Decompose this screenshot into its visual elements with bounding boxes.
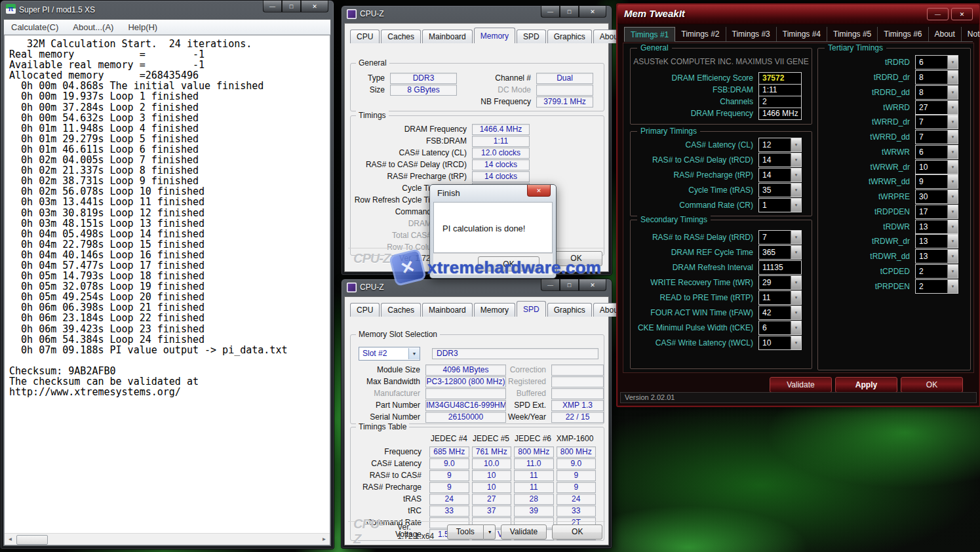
finish-dialog-ok-button[interactable]: OK [478, 256, 539, 271]
mtk-primary-value-command-rate-cr[interactable]: 1▼ [758, 198, 802, 212]
cpuz-spd-tab-graphics[interactable]: Graphics [547, 303, 592, 317]
mtk-secondary-dropdown-icon-cke-minimul-pulse-width-tcke[interactable]: ▼ [791, 321, 801, 334]
scroll-right-icon[interactable]: ► [319, 534, 330, 545]
mtk-tab-notice[interactable]: Notice [962, 27, 980, 41]
mtk-primary-dropdown-icon-command-rate-cr[interactable]: ▼ [791, 199, 801, 212]
mtk-secondary-value-dram-ref-cycle-time[interactable]: 365▼ [758, 245, 802, 260]
mtk-general-value-channels[interactable]: 2 [758, 96, 802, 108]
cpuz-spd-tab-mainboard[interactable]: Mainboard [422, 303, 473, 317]
mtk-tertiary-value-trdwr-dr[interactable]: 13▼ [915, 234, 958, 248]
mtk-secondary-value-write-recovery-time-twr[interactable]: 29▼ [758, 275, 802, 290]
cpuz-mem-tab-graphics[interactable]: Graphics [547, 30, 592, 43]
superpi-titlebar[interactable]: π Super PI / mod1.5 XS — □ ✕ [1, 1, 334, 19]
mtk-primary-dropdown-icon-ras-precharge-trp[interactable]: ▼ [791, 168, 801, 182]
slot-select[interactable]: Slot #2 ▼ [359, 347, 420, 361]
mtk-tertiary-dropdown-icon-twrwr[interactable]: ▼ [947, 146, 958, 159]
slot-select-dropdown-icon[interactable]: ▼ [408, 348, 420, 359]
memtweakit-titlebar[interactable]: Mem TweakIt — ✕ [617, 5, 979, 24]
menu-item-calculate-c[interactable]: Calculate(C) [4, 20, 66, 34]
mtk-tertiary-dropdown-icon-twrrd[interactable]: ▼ [947, 101, 958, 114]
mtk-primary-value-ras-to-cas-delay-trcd[interactable]: 14▼ [758, 153, 802, 167]
mtk-tertiary-value-trdrd-dd[interactable]: 8▼ [915, 85, 958, 100]
cpuz-spd-tab-spd[interactable]: SPD [517, 301, 546, 317]
mtk-primary-value-ras-precharge-trp[interactable]: 14▼ [758, 168, 802, 182]
cpuz-mem-tab-caches[interactable]: Caches [381, 30, 421, 43]
mtk-secondary-dropdown-icon-ras-to-ras-delay-trrd[interactable]: ▼ [791, 231, 801, 244]
cpuz-spd-tab-memory[interactable]: Memory [474, 303, 515, 317]
mtk-secondary-value-ras-to-ras-delay-trrd[interactable]: 7▼ [758, 230, 802, 245]
mtk-primary-dropdown-icon-ras-to-cas-delay-trcd[interactable]: ▼ [791, 153, 801, 167]
mtk-tertiary-value-trdrd[interactable]: 6▼ [915, 55, 958, 69]
mtk-tertiary-value-twrpre[interactable]: 30▼ [915, 189, 958, 204]
mtk-secondary-value-cke-minimul-pulse-width-tcke[interactable]: 6▼ [758, 321, 802, 335]
superpi-maximize-button[interactable]: □ [282, 1, 301, 12]
mtk-tertiary-dropdown-icon-trdrd-dd[interactable]: ▼ [947, 86, 958, 99]
mtk-tertiary-dropdown-icon-twrrd-dd[interactable]: ▼ [947, 130, 958, 144]
cpuz-spd-titlebar[interactable]: CPU-Z — □ ✕ [342, 279, 612, 296]
memtweakit-minimize-button[interactable]: — [927, 8, 949, 20]
cpuz-spd-close-button[interactable]: ✕ [579, 279, 606, 291]
mtk-tertiary-value-trdpden[interactable]: 17▼ [915, 205, 958, 219]
mtk-tertiary-dropdown-icon-trdwr-dr[interactable]: ▼ [947, 235, 958, 248]
cpuz-mem-tab-memory[interactable]: Memory [474, 28, 515, 43]
mtk-secondary-dropdown-icon-write-recovery-time-twr[interactable]: ▼ [791, 276, 801, 289]
scroll-left-icon[interactable]: ◄ [5, 534, 16, 545]
cpuz-mem-tab-mainboard[interactable]: Mainboard [422, 30, 473, 43]
mtk-tertiary-value-twrwr-dd[interactable]: 9▼ [915, 174, 958, 189]
mtk-tab-timings-3[interactable]: Timings #3 [726, 27, 777, 41]
mtk-tertiary-value-trdwr[interactable]: 13▼ [915, 220, 958, 234]
mtk-primary-value-cycle-time-tras[interactable]: 35▼ [758, 183, 802, 197]
mtk-tertiary-value-tprpden[interactable]: 2▼ [915, 279, 958, 294]
superpi-minimize-button[interactable]: — [263, 1, 282, 12]
mtk-secondary-dropdown-icon-four-act-win-time-tfaw[interactable]: ▼ [791, 306, 801, 319]
cpuz-spd-minimize-button[interactable]: — [541, 279, 560, 291]
tools-dropdown-icon[interactable]: ▼ [484, 524, 496, 540]
mtk-tertiary-dropdown-icon-trdpden[interactable]: ▼ [947, 205, 958, 218]
mtk-tertiary-value-twrrd-dr[interactable]: 7▼ [915, 115, 958, 129]
mtk-tab-about[interactable]: About [929, 27, 962, 41]
validate-button[interactable]: Validate [501, 524, 547, 540]
mtk-primary-dropdown-icon-cycle-time-tras[interactable]: ▼ [791, 184, 801, 197]
mtk-tertiary-value-trdrd-dr[interactable]: 8▼ [915, 70, 958, 85]
menu-item-about-a[interactable]: About...(A) [66, 20, 121, 34]
memtweakit-ok-button[interactable]: OK [901, 377, 963, 393]
memtweakit-validate-button[interactable]: Validate [770, 377, 832, 393]
mtk-secondary-value-dram-refresh-interval[interactable]: 11135 [758, 260, 802, 275]
mtk-tertiary-dropdown-icon-twrwr-dr[interactable]: ▼ [947, 161, 958, 174]
mtk-tertiary-value-twrwr[interactable]: 6▼ [915, 145, 958, 159]
cpuz-spd-tab-cpu[interactable]: CPU [350, 303, 380, 317]
cpuz-spd-ok-button[interactable]: OK [552, 524, 602, 540]
mtk-general-value-dram-frequency[interactable]: 1466 MHz [758, 108, 802, 120]
cpuz-spd-maximize-button[interactable]: □ [560, 279, 579, 291]
mtk-tertiary-value-trdwr-dd[interactable]: 13▼ [915, 249, 958, 264]
tools-button[interactable]: Tools [447, 524, 484, 540]
mtk-secondary-dropdown-icon-dram-ref-cycle-time[interactable]: ▼ [791, 246, 801, 259]
mtk-tab-timings-1[interactable]: Timings #1 [624, 27, 675, 42]
mtk-tertiary-dropdown-icon-tcpded[interactable]: ▼ [947, 265, 958, 278]
mtk-tab-timings-6[interactable]: Timings #6 [878, 27, 928, 41]
cpuz-memory-maximize-button[interactable]: □ [560, 6, 579, 18]
mtk-tertiary-value-tcpded[interactable]: 2▼ [915, 264, 958, 279]
mtk-tertiary-dropdown-icon-twrpre[interactable]: ▼ [947, 190, 958, 203]
mtk-tertiary-dropdown-icon-twrrd-dr[interactable]: ▼ [947, 115, 958, 128]
mtk-secondary-value-cas-write-latency-twcl[interactable]: 10▼ [758, 336, 802, 350]
mtk-tertiary-dropdown-icon-trdwr[interactable]: ▼ [947, 220, 958, 233]
mtk-general-value-dram-efficiency-score[interactable]: 37572 [758, 72, 802, 85]
finish-dialog-close-button[interactable]: ✕ [527, 185, 551, 197]
menu-item-help-h[interactable]: Help(H) [121, 20, 165, 34]
mtk-tertiary-dropdown-icon-trdrd[interactable]: ▼ [947, 56, 958, 69]
memtweakit-apply-button[interactable]: Apply [835, 377, 897, 393]
mtk-primary-value-cas-latency-cl[interactable]: 12▼ [758, 138, 802, 152]
mtk-tab-timings-2[interactable]: Timings #2 [675, 27, 726, 41]
mtk-tertiary-dropdown-icon-tprpden[interactable]: ▼ [947, 280, 958, 293]
mtk-primary-dropdown-icon-cas-latency-cl[interactable]: ▼ [791, 138, 801, 151]
mtk-tertiary-dropdown-icon-trdrd-dr[interactable]: ▼ [947, 71, 958, 84]
cpuz-memory-close-button[interactable]: ✕ [579, 6, 606, 18]
cpuz-memory-minimize-button[interactable]: — [541, 6, 560, 18]
cpuz-spd-tab-caches[interactable]: Caches [381, 303, 421, 317]
mtk-secondary-dropdown-icon-read-to-pre-time-trtp[interactable]: ▼ [791, 291, 801, 304]
cpuz-mem-tab-cpu[interactable]: CPU [350, 30, 380, 43]
memtweakit-close-button[interactable]: ✕ [951, 8, 973, 20]
cpuz-mem-tab-spd[interactable]: SPD [517, 30, 546, 43]
mtk-tertiary-value-twrrd-dd[interactable]: 7▼ [915, 130, 958, 144]
